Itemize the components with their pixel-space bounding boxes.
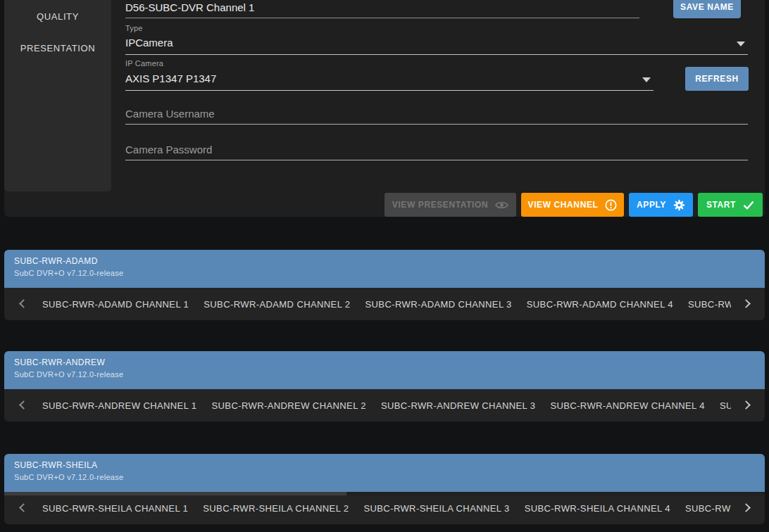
check-icon xyxy=(743,201,754,210)
device-firmware-version: SubC DVR+O v7.12.0-release xyxy=(14,473,765,481)
type-select-value: IPCamera xyxy=(125,37,173,49)
chevron-right-icon[interactable] xyxy=(742,299,751,308)
channel-tab[interactable]: SUBC-RWR-ANDREW CHANNEL 4 xyxy=(550,400,704,411)
channel-tab[interactable]: SUBC xyxy=(720,400,731,411)
apply-label: APPLY xyxy=(637,200,666,210)
channel-tab[interactable]: SUBC-RWR-ADAMD CHANNEL 1 xyxy=(42,299,189,310)
settings-sidebar: QUALITY PRESENTATION xyxy=(4,0,111,191)
view-presentation-label: VIEW PRESENTATION xyxy=(392,200,488,210)
channel-tab[interactable]: SUBC-RWR-S xyxy=(685,503,731,514)
alert-circle-icon xyxy=(605,199,617,211)
device-card: SUBC-RWR-ANDREW SubC DVR+O v7.12.0-relea… xyxy=(4,351,765,422)
channel-tab[interactable]: SUBC-RWR-SHEILA CHANNEL 4 xyxy=(525,503,670,514)
device-firmware-version: SubC DVR+O v7.12.0-release xyxy=(14,370,765,379)
device-name: SUBC-RWR-ANDREW xyxy=(14,357,765,367)
channel-name-input[interactable] xyxy=(125,1,639,18)
chevron-right-icon[interactable] xyxy=(742,400,751,410)
device-name: SUBC-RWR-SHEILA xyxy=(14,460,765,470)
channel-tabs: SUBC-RWR-ANDREW CHANNEL 1SUBC-RWR-ANDREW… xyxy=(42,400,731,411)
device-name: SUBC-RWR-ADAMD xyxy=(14,256,765,266)
eye-icon xyxy=(495,201,508,210)
chevron-left-icon[interactable] xyxy=(19,503,28,512)
ip-camera-select[interactable]: AXIS P1347 P1347 xyxy=(125,72,654,91)
channel-tab-bar: SUBC-RWR-ANDREW CHANNEL 1SUBC-RWR-ANDREW… xyxy=(4,389,765,422)
channel-tabs: SUBC-RWR-ADAMD CHANNEL 1SUBC-RWR-ADAMD C… xyxy=(42,299,731,310)
scrollbar-thumb[interactable] xyxy=(4,492,346,495)
channel-tab[interactable]: SUBC-RWR-SHEILA CHANNEL 3 xyxy=(363,503,509,514)
device-header: SUBC-RWR-SHEILA SubC DVR+O v7.12.0-relea… xyxy=(4,454,765,492)
view-presentation-button[interactable]: VIEW PRESENTATION xyxy=(384,193,516,217)
horizontal-scrollbar xyxy=(4,492,765,495)
channel-tabs: SUBC-RWR-SHEILA CHANNEL 1SUBC-RWR-SHEILA… xyxy=(42,503,731,514)
channel-tab[interactable]: SUBC-RWR- xyxy=(688,299,731,310)
device-firmware-version: SubC DVR+O v7.12.0-release xyxy=(14,269,765,277)
action-button-row: VIEW PRESENTATION VIEW CHANNEL APPLY xyxy=(384,193,763,217)
device-header: SUBC-RWR-ADAMD SubC DVR+O v7.12.0-releas… xyxy=(4,250,765,288)
chevron-down-icon xyxy=(737,42,745,46)
type-select[interactable]: IPCamera xyxy=(125,37,748,55)
camera-password-input[interactable] xyxy=(125,144,748,160)
start-button[interactable]: START xyxy=(698,193,763,217)
chevron-left-icon[interactable] xyxy=(19,299,28,308)
start-label: START xyxy=(706,200,736,210)
channel-tab[interactable]: SUBC-RWR-ADAMD CHANNEL 3 xyxy=(365,299,511,310)
channel-tab-bar: SUBC-RWR-SHEILA CHANNEL 1SUBC-RWR-SHEILA… xyxy=(4,492,765,524)
device-header: SUBC-RWR-ANDREW SubC DVR+O v7.12.0-relea… xyxy=(4,351,765,389)
type-label: Type xyxy=(125,24,143,32)
channel-tab[interactable]: SUBC-RWR-ANDREW CHANNEL 2 xyxy=(211,400,365,411)
channel-settings-panel: QUALITY PRESENTATION SAVE NAME Type IPCa… xyxy=(4,0,765,217)
device-card: SUBC-RWR-ADAMD SubC DVR+O v7.12.0-releas… xyxy=(4,250,765,320)
channel-tab[interactable]: SUBC-RWR-ANDREW CHANNEL 1 xyxy=(42,400,196,411)
device-card: SUBC-RWR-SHEILA SubC DVR+O v7.12.0-relea… xyxy=(4,454,765,524)
ip-camera-label: IP Camera xyxy=(125,59,163,68)
view-channel-button[interactable]: VIEW CHANNEL xyxy=(521,193,624,217)
chevron-left-icon[interactable] xyxy=(19,400,28,410)
view-channel-label: VIEW CHANNEL xyxy=(528,200,599,210)
channel-tab-bar: SUBC-RWR-ADAMD CHANNEL 1SUBC-RWR-ADAMD C… xyxy=(4,288,765,320)
apply-button[interactable]: APPLY xyxy=(629,193,693,217)
channel-tab[interactable]: SUBC-RWR-ANDREW CHANNEL 3 xyxy=(381,400,535,411)
channel-tab[interactable]: SUBC-RWR-ADAMD CHANNEL 4 xyxy=(527,299,673,310)
channel-tab[interactable]: SUBC-RWR-SHEILA CHANNEL 2 xyxy=(203,503,349,514)
chevron-down-icon xyxy=(642,77,651,82)
camera-username-input[interactable] xyxy=(125,108,748,125)
channel-tab[interactable]: SUBC-RWR-SHEILA CHANNEL 1 xyxy=(42,503,188,514)
gear-icon xyxy=(673,199,685,211)
channel-tab[interactable]: SUBC-RWR-ADAMD CHANNEL 2 xyxy=(204,299,350,310)
chevron-right-icon[interactable] xyxy=(742,503,751,512)
sidebar-item-presentation[interactable]: PRESENTATION xyxy=(4,43,111,53)
save-name-button[interactable]: SAVE NAME xyxy=(673,0,741,18)
refresh-button[interactable]: REFRESH xyxy=(685,67,749,91)
sidebar-item-quality[interactable]: QUALITY xyxy=(4,11,111,22)
ip-camera-select-value: AXIS P1347 P1347 xyxy=(125,72,216,84)
